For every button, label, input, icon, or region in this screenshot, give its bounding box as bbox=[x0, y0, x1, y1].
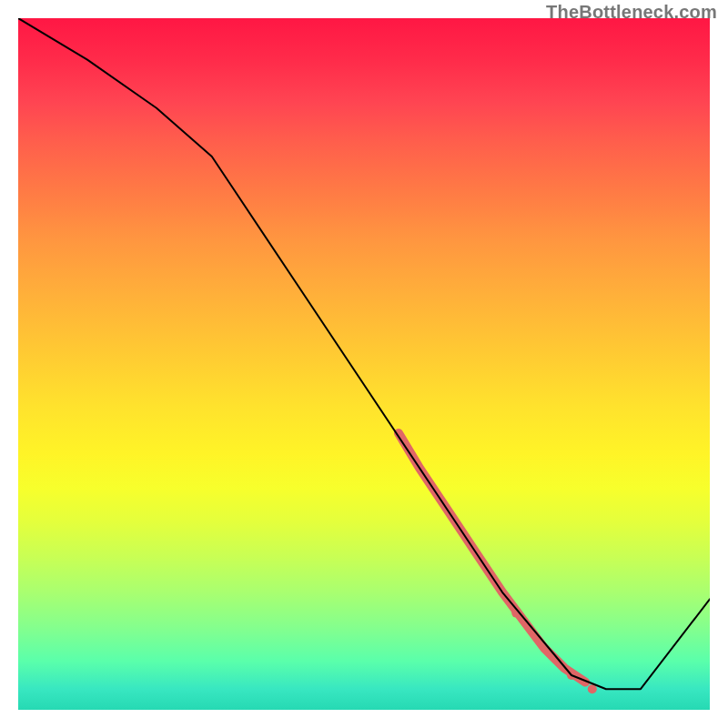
chart-container: TheBottleneck.com bbox=[0, 0, 728, 728]
plot-area bbox=[18, 18, 710, 710]
